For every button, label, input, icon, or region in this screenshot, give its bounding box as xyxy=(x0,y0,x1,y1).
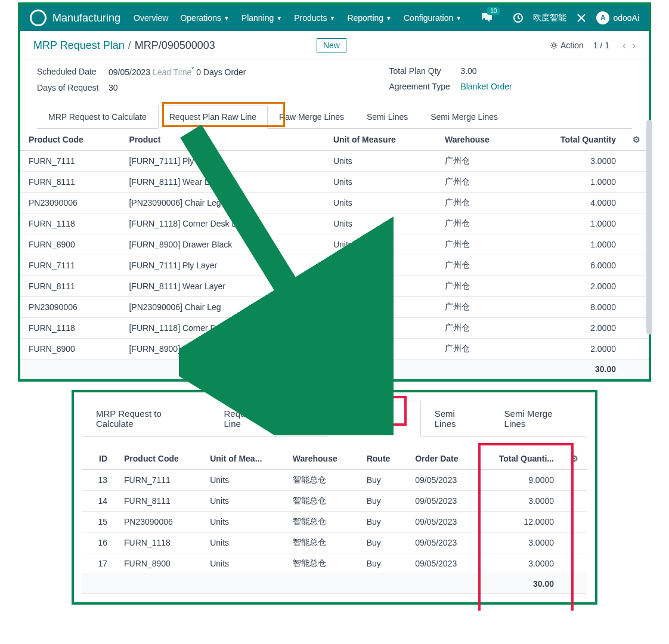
cell-date: 09/05/2023 xyxy=(407,469,479,490)
nav-reporting-label: Reporting xyxy=(347,13,383,23)
navbar-brand[interactable]: Manufacturing xyxy=(52,12,120,24)
cell-code: FURN_1118 xyxy=(20,317,120,338)
cell-code: FURN_8900 xyxy=(20,338,120,359)
cell-uom: Un xyxy=(325,338,436,359)
tab-mrp-request-calculate[interactable]: MRP Request to Calculate xyxy=(37,106,158,128)
col-id[interactable]: ID xyxy=(82,448,116,470)
col-options[interactable]: ⚙ xyxy=(562,448,587,470)
nav-overview-label: Overview xyxy=(134,13,168,23)
tab-semi-merge-lines[interactable]: Semi Merge Lines xyxy=(419,106,509,128)
col-product[interactable]: Product xyxy=(120,129,324,151)
table-row[interactable]: 17 FURN_8900 Units 智能总仓 Buy 09/05/2023 3… xyxy=(82,553,587,574)
cell-qty: 3.0000 xyxy=(523,150,624,171)
col-total-qty[interactable]: Total Quantity xyxy=(523,129,624,151)
scrollbar[interactable] xyxy=(646,120,652,335)
activity-button[interactable] xyxy=(513,13,524,23)
cell-uom: Units xyxy=(325,213,436,234)
cell-warehouse: 广州仓 xyxy=(436,296,523,317)
table-total-row: 30.00 xyxy=(20,359,649,379)
cell-warehouse: 广州仓 xyxy=(436,317,523,338)
table-row[interactable]: FURN_7111 [FURN_7111] Ply Layer Units 广州… xyxy=(20,255,649,275)
chat-button[interactable]: 10 xyxy=(481,12,493,24)
days-request-label: Days of Request xyxy=(37,83,109,92)
nav-operations[interactable]: Operations▼ xyxy=(180,13,229,23)
nav-configuration-label: Configuration xyxy=(404,13,453,23)
new-button[interactable]: New xyxy=(317,38,346,52)
wrench-icon xyxy=(576,13,587,23)
tab-request-plan-raw-line[interactable]: Request Plan Raw Line xyxy=(158,106,268,129)
tab2-request-plan-raw-line[interactable]: Request Plan Raw Line xyxy=(210,401,327,436)
table-row[interactable]: 14 FURN_8111 Units 智能总仓 Buy 09/05/2023 3… xyxy=(82,490,587,511)
cell-date: 09/05/2023 xyxy=(407,553,479,574)
days-request-value: 30 xyxy=(109,83,118,92)
cell-qty: 1.0000 xyxy=(523,213,624,234)
logo-icon[interactable] xyxy=(30,10,47,26)
table-row[interactable]: 13 FURN_7111 Units 智能总仓 Buy 09/05/2023 9… xyxy=(82,469,587,490)
col-warehouse[interactable]: Warehouse xyxy=(436,129,523,151)
col-route[interactable]: Route xyxy=(358,448,407,470)
top-navbar: Manufacturing Overview Operations▼ Plann… xyxy=(20,5,649,31)
col-warehouse[interactable]: Warehouse xyxy=(284,448,358,470)
nav-products[interactable]: Products▼ xyxy=(294,13,335,23)
col-order-date[interactable]: Order Date xyxy=(407,448,479,470)
table-row[interactable]: FURN_8111 [FURN_8111] Wear Layer Units 广… xyxy=(20,171,649,192)
cell-code: FURN_8900 xyxy=(20,234,120,255)
table-row[interactable]: FURN_1118 [FURN_1118] Corner Desk Left S… xyxy=(20,317,649,338)
table-row[interactable]: PN23090006 [PN23090006] Chair Leg 广州仓 8.… xyxy=(20,296,649,317)
col-product-code[interactable]: Product Code xyxy=(116,448,202,470)
total-plan-value: 3.00 xyxy=(460,66,476,76)
nav-planning[interactable]: Planning▼ xyxy=(241,13,282,23)
breadcrumb-current: MRP/090500003 xyxy=(135,39,215,52)
cell-uom: nits xyxy=(325,275,436,296)
table-row[interactable]: 16 FURN_1118 Units 智能总仓 Buy 09/05/2023 3… xyxy=(82,532,587,553)
table-row[interactable]: PN23090006 [PN23090006] Chair Leg Units … xyxy=(20,192,649,213)
raw-line-table: Product Code Product Unit of Measure War… xyxy=(20,129,649,379)
merge-lines-table: ID Product Code Unit of Mea... Warehouse… xyxy=(82,448,587,594)
breadcrumb-link[interactable]: MRP Request Plan xyxy=(33,39,125,52)
user-menu[interactable]: A odooAi xyxy=(596,11,639,24)
table-row[interactable]: 15 PN23090006 Units 智能总仓 Buy 09/05/2023 … xyxy=(82,511,587,532)
table-row[interactable]: FURN_1118 [FURN_1118] Corner Desk Left S… xyxy=(20,213,649,234)
col-uom[interactable]: Unit of Mea... xyxy=(202,448,284,470)
notebook-tabs: MRP Request to Calculate Request Plan Ra… xyxy=(37,106,632,129)
cell-warehouse: 智能总仓 xyxy=(284,490,358,511)
cell-product: [PN23090006] Chair Leg xyxy=(120,192,324,213)
cell-product: [FURN_8111] Wear Layer xyxy=(120,171,324,192)
tools-button[interactable] xyxy=(576,13,587,23)
pager-next[interactable]: › xyxy=(632,39,636,51)
tab2-semi-lines[interactable]: Semi Lines xyxy=(421,401,491,436)
col-options[interactable]: ⚙ xyxy=(624,129,649,151)
table-row[interactable]: FURN_8111 [FURN_8111] Wear Layer nits 广州… xyxy=(20,275,649,296)
nav-reporting[interactable]: Reporting▼ xyxy=(347,13,392,23)
nav-overview[interactable]: Overview xyxy=(134,13,168,23)
cell-date: 09/05/2023 xyxy=(407,532,479,553)
cell-warehouse: 智能总仓 xyxy=(284,553,358,574)
cell-code: PN23090006 xyxy=(116,511,202,532)
company-selector[interactable]: 欧度智能 xyxy=(533,13,566,23)
col-product-code[interactable]: Product Code xyxy=(20,129,120,151)
pager-prev[interactable]: ‹ xyxy=(622,39,626,51)
cell-route: Buy xyxy=(358,511,407,532)
action-button[interactable]: Action xyxy=(550,41,584,50)
table-row[interactable]: FURN_8900 [FURN_8900] Drawer Black Units… xyxy=(20,234,649,255)
tab2-mrp-request-calculate[interactable]: MRP Request to Calculate xyxy=(82,401,210,436)
table-row[interactable]: FURN_7111 [FURN_7111] Ply Layer Units 广州… xyxy=(20,150,649,171)
cell-code: FURN_7111 xyxy=(20,255,120,275)
agreement-value[interactable]: Blanket Order xyxy=(460,82,512,91)
tab2-semi-merge-lines[interactable]: Semi Merge Lines xyxy=(491,401,587,436)
cell-uom: Units xyxy=(325,171,436,192)
tab-semi-lines[interactable]: Semi Lines xyxy=(355,106,419,128)
cell-qty: 9.0000 xyxy=(479,469,562,490)
pager[interactable]: 1 / 1 xyxy=(593,41,609,50)
cell-product: [FURN_7111] Ply Layer xyxy=(120,150,324,171)
nav-configuration[interactable]: Configuration▼ xyxy=(404,13,462,23)
form-area: Scheduled Date 09/05/2023 Lead Time* 0 D… xyxy=(20,60,649,129)
col-uom[interactable]: Unit of Measure xyxy=(325,129,436,151)
tab2-raw-merge-lines[interactable]: Raw Merge Lines xyxy=(327,401,420,437)
col-total-qty[interactable]: Total Quanti... xyxy=(479,448,562,470)
cell-product: [FURN_8111] Wear Layer xyxy=(120,275,324,296)
table-row[interactable]: FURN_8900 [FURN_8900] Drawer Black Un 广州… xyxy=(20,338,649,359)
tab-raw-merge-lines[interactable]: Raw Merge Lines xyxy=(268,106,355,128)
cell-product: [PN23090006] Chair Leg xyxy=(120,296,324,317)
cell-qty: 4.0000 xyxy=(523,192,624,213)
